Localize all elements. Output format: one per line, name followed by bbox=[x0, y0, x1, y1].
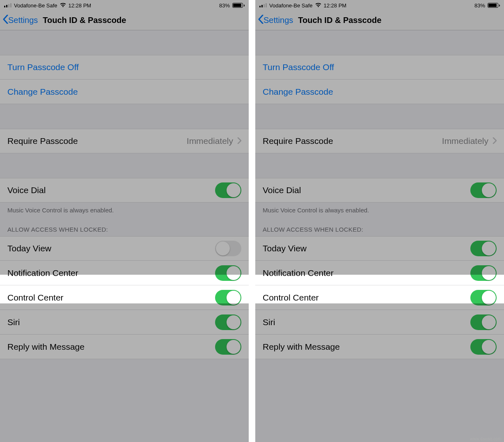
voice-dial-row: Voice Dial bbox=[0, 178, 249, 203]
control-center-row: Control Center bbox=[255, 285, 504, 310]
clock-label: 12:28 PM bbox=[69, 2, 92, 9]
row-label: Today View bbox=[263, 244, 307, 253]
row-value: Immediately bbox=[442, 136, 488, 146]
voice-dial-footer: Music Voice Control is always enabled. bbox=[255, 203, 504, 214]
chevron-right-icon bbox=[237, 136, 241, 146]
spacer bbox=[255, 153, 504, 178]
chevron-right-icon bbox=[493, 136, 497, 146]
clock-label: 12:28 PM bbox=[324, 2, 347, 9]
carrier-label: Vodafone-Be Safe bbox=[269, 2, 313, 9]
notification-center-toggle[interactable] bbox=[215, 265, 241, 281]
page-title: Touch ID & Passcode bbox=[298, 16, 381, 25]
notification-center-toggle[interactable] bbox=[470, 265, 497, 281]
notification-center-row: Notification Center bbox=[0, 261, 249, 285]
siri-row: Siri bbox=[255, 310, 504, 335]
nav-bar: Settings Touch ID & Passcode bbox=[255, 11, 504, 30]
control-center-toggle[interactable] bbox=[470, 290, 497, 305]
wifi-icon bbox=[315, 2, 321, 9]
battery-percent: 83% bbox=[474, 2, 485, 9]
battery-percent: 83% bbox=[219, 2, 230, 9]
back-button[interactable]: Settings bbox=[0, 15, 38, 26]
row-label: Change Passcode bbox=[7, 87, 78, 97]
chevron-left-icon bbox=[2, 15, 8, 26]
row-label: Reply with Message bbox=[7, 342, 85, 352]
phone-left: Vodafone-Be Safe 12:28 PM 83% Settings T… bbox=[0, 0, 249, 442]
spacer bbox=[0, 104, 249, 129]
row-label: Voice Dial bbox=[7, 185, 46, 195]
status-bar: Vodafone-Be Safe 12:28 PM 83% bbox=[255, 0, 504, 11]
phone-right: Vodafone-Be Safe 12:28 PM 83% Settings T… bbox=[255, 0, 504, 442]
spacer bbox=[0, 153, 249, 178]
row-label: Notification Center bbox=[7, 268, 78, 278]
battery-icon bbox=[488, 3, 500, 8]
row-label: Today View bbox=[7, 244, 51, 253]
today-view-toggle[interactable] bbox=[215, 241, 241, 256]
row-label: Turn Passcode Off bbox=[7, 62, 79, 72]
reply-message-row: Reply with Message bbox=[255, 335, 504, 359]
nav-bar: Settings Touch ID & Passcode bbox=[0, 11, 249, 30]
control-center-toggle[interactable] bbox=[215, 290, 241, 305]
siri-toggle[interactable] bbox=[470, 314, 497, 330]
spacer bbox=[255, 104, 504, 129]
signal-icon bbox=[4, 3, 11, 7]
voice-dial-toggle[interactable] bbox=[470, 182, 497, 198]
row-label: Reply with Message bbox=[263, 342, 340, 352]
signal-icon bbox=[259, 3, 267, 7]
require-passcode-row[interactable]: Require Passcode Immediately bbox=[255, 129, 504, 153]
wifi-icon bbox=[60, 2, 66, 9]
siri-toggle[interactable] bbox=[215, 314, 241, 330]
back-label: Settings bbox=[8, 16, 38, 25]
require-passcode-row[interactable]: Require Passcode Immediately bbox=[0, 129, 249, 153]
row-label: Notification Center bbox=[263, 268, 334, 278]
row-label: Control Center bbox=[7, 293, 64, 303]
row-label: Voice Dial bbox=[263, 185, 301, 195]
row-label: Change Passcode bbox=[263, 87, 333, 97]
voice-dial-row: Voice Dial bbox=[255, 178, 504, 203]
row-label: Require Passcode bbox=[263, 136, 333, 146]
turn-passcode-off-row[interactable]: Turn Passcode Off bbox=[255, 55, 504, 80]
carrier-label: Vodafone-Be Safe bbox=[14, 2, 57, 9]
voice-dial-footer: Music Voice Control is always enabled. bbox=[0, 203, 249, 214]
row-label: Turn Passcode Off bbox=[263, 62, 334, 72]
status-bar: Vodafone-Be Safe 12:28 PM 83% bbox=[0, 0, 249, 11]
change-passcode-row[interactable]: Change Passcode bbox=[255, 80, 504, 104]
row-value: Immediately bbox=[187, 136, 233, 146]
change-passcode-row[interactable]: Change Passcode bbox=[0, 80, 249, 104]
section-header: ALLOW ACCESS WHEN LOCKED: bbox=[255, 214, 504, 236]
spacer bbox=[0, 30, 249, 55]
reply-message-toggle[interactable] bbox=[215, 339, 241, 355]
section-header: ALLOW ACCESS WHEN LOCKED: bbox=[0, 214, 249, 236]
back-label: Settings bbox=[263, 16, 293, 25]
watermark: www.dsuaq.com bbox=[470, 437, 502, 441]
page-title: Touch ID & Passcode bbox=[43, 16, 126, 25]
today-view-toggle[interactable] bbox=[470, 241, 497, 256]
chevron-left-icon bbox=[258, 15, 263, 26]
row-label: Siri bbox=[7, 317, 20, 327]
turn-passcode-off-row[interactable]: Turn Passcode Off bbox=[0, 55, 249, 80]
row-label: Require Passcode bbox=[7, 136, 78, 146]
today-view-row: Today View bbox=[0, 236, 249, 261]
notification-center-row: Notification Center bbox=[255, 261, 504, 285]
battery-icon bbox=[232, 3, 245, 8]
today-view-row: Today View bbox=[255, 236, 504, 261]
row-label: Siri bbox=[263, 317, 275, 327]
spacer bbox=[255, 30, 504, 55]
reply-message-toggle[interactable] bbox=[470, 339, 497, 355]
control-center-row: Control Center bbox=[0, 285, 249, 310]
reply-message-row: Reply with Message bbox=[0, 335, 249, 359]
voice-dial-toggle[interactable] bbox=[215, 182, 241, 198]
siri-row: Siri bbox=[0, 310, 249, 335]
row-label: Control Center bbox=[263, 293, 319, 303]
back-button[interactable]: Settings bbox=[255, 15, 293, 26]
